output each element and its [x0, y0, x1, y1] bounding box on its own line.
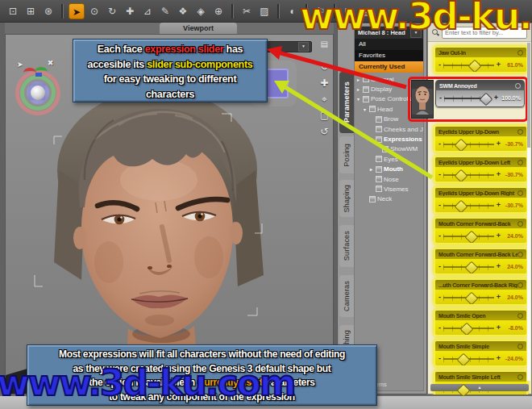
gear-icon[interactable]: [517, 221, 523, 227]
view-orbit-widget[interactable]: [15, 70, 60, 115]
nudge-down-button[interactable]: -: [438, 294, 441, 301]
chevron-down-icon[interactable]: ▼: [410, 27, 422, 38]
tree-expand-down-icon[interactable]: ▾: [357, 96, 363, 102]
tree-item-visemes[interactable]: Visemes: [355, 184, 423, 194]
gear-icon[interactable]: [517, 282, 523, 288]
tree-item-showwm[interactable]: ShowWM: [355, 144, 423, 154]
slider-handle[interactable]: [459, 322, 473, 336]
slider-eyelids-upper-up-down-right[interactable]: Eyelids Upper Up-Down Right-+-30.7%: [434, 186, 528, 214]
gear-icon[interactable]: [517, 129, 523, 135]
slider-handle[interactable]: [465, 261, 479, 274]
tree-item-expressions[interactable]: ▾Expressions: [355, 134, 423, 144]
gear-icon[interactable]: [517, 313, 523, 319]
orbit-sphere[interactable]: [27, 81, 49, 104]
nudge-up-button[interactable]: +: [497, 202, 501, 209]
node-selector[interactable]: Michael 8 : Head ▼: [355, 27, 423, 39]
slider-mouth-corner-forward-back-left[interactable]: Mouth Corner Forward-Back Left-+24.0%: [434, 248, 528, 275]
pane-tab-surfaces[interactable]: Surfaces: [339, 225, 354, 267]
slider-handle[interactable]: [468, 59, 481, 73]
scrollbar[interactable]: [527, 43, 530, 381]
nudge-down-button[interactable]: -: [438, 263, 441, 270]
nudge-down-button[interactable]: -: [438, 232, 441, 240]
spot-render-icon[interactable]: ◐: [285, 3, 301, 19]
nudge-up-button[interactable]: +: [497, 140, 501, 148]
surface-selection-tool-icon[interactable]: ◈: [193, 3, 209, 19]
slider-swm-annoyed[interactable]: SWM Annoyed-+100.0%: [435, 80, 525, 107]
node-selection-tool-icon[interactable]: ➤: [69, 3, 85, 19]
slider-jaw-out-in[interactable]: Jaw Out-In-+61.0%: [434, 46, 528, 73]
tree-expand-right-icon[interactable]: ▸: [370, 166, 376, 172]
slider-mouth-smile-simple[interactable]: Mouth Smile Simple-+-24.0%: [434, 340, 528, 367]
nudge-down-button[interactable]: -: [438, 324, 441, 332]
nudge-up-button[interactable]: +: [497, 171, 501, 178]
orbit-view-icon[interactable]: ↻: [320, 62, 329, 72]
nudge-down-button[interactable]: -: [438, 140, 441, 148]
slider-mouth-corner-forward-back[interactable]: Mouth Corner Forward-Back-+24.0%: [434, 217, 528, 244]
slider-handle[interactable]: [454, 138, 468, 152]
slider-eyelids-upper-up-down-left[interactable]: Eyelids Upper Up-Down Left-+-30.7%: [434, 156, 528, 183]
scroll-up-strip[interactable]: ▲: [430, 384, 529, 391]
tree-expand-down-icon[interactable]: ▾: [370, 136, 376, 142]
viewport-menu-icon[interactable]: ▤: [321, 40, 328, 48]
nudge-up-button[interactable]: +: [497, 61, 501, 69]
geometry-editor-tool-icon[interactable]: ❖: [175, 3, 191, 19]
pane-tab-parameters[interactable]: Parameters: [339, 72, 354, 133]
slider-mouth-smile-open[interactable]: Mouth Smile Open-+-8.0%: [434, 309, 528, 336]
zoom-view-icon[interactable]: ⌖: [320, 94, 329, 104]
slider-track[interactable]: [443, 232, 494, 241]
orbit-tool-icon[interactable]: ↻: [104, 3, 120, 19]
translate-tool-icon[interactable]: ✚: [122, 3, 138, 19]
tree-item-neck[interactable]: Neck: [355, 194, 423, 204]
nudge-down-button[interactable]: -: [438, 202, 441, 209]
gear-icon[interactable]: [517, 344, 523, 349]
tree-item-mouth[interactable]: ▸Mouth: [355, 165, 423, 174]
slider-track[interactable]: [443, 201, 494, 211]
gear-icon[interactable]: [517, 190, 523, 196]
scrollbar-thumb[interactable]: [527, 43, 530, 148]
render-settings-icon[interactable]: ▤: [359, 3, 375, 19]
nudge-up-button[interactable]: +: [497, 294, 501, 301]
filter-currently-used[interactable]: Currently Used: [355, 61, 423, 73]
slider-track[interactable]: [443, 61, 494, 70]
slider-track[interactable]: [444, 94, 492, 103]
pan-view-icon[interactable]: ✚: [320, 78, 329, 88]
character-tool-icon[interactable]: ⊕: [210, 3, 227, 19]
filter-favorites[interactable]: Favorites: [355, 50, 423, 61]
slider-track[interactable]: [443, 140, 494, 149]
frame-view-icon[interactable]: ▢: [320, 111, 329, 120]
slider-handle[interactable]: [465, 291, 479, 305]
nudge-down-button[interactable]: -: [438, 61, 441, 69]
tree-expand-down-icon[interactable]: ▾: [364, 106, 369, 112]
figure-list-icon[interactable]: ⊛: [40, 3, 56, 19]
pane-tab-posing[interactable]: Posing: [339, 136, 354, 173]
slider-handle[interactable]: [454, 199, 468, 213]
slider-handle[interactable]: [457, 353, 471, 366]
scene-navigator-icon[interactable]: ⊡: [5, 3, 21, 19]
slider-handle[interactable]: [465, 230, 479, 244]
pane-tab-cameras[interactable]: Cameras: [339, 275, 354, 317]
tab-viewport[interactable]: Viewport: [160, 23, 237, 34]
node-list-icon[interactable]: ⊞: [23, 3, 39, 19]
slider-track[interactable]: [443, 170, 494, 180]
gear-icon[interactable]: [515, 83, 521, 89]
rotate-view-icon[interactable]: ↺: [320, 127, 329, 136]
nudge-down-button[interactable]: -: [438, 171, 441, 178]
slider-track[interactable]: [443, 323, 494, 333]
nudge-up-button[interactable]: +: [497, 355, 501, 362]
pane-tab-shaping[interactable]: Shaping: [339, 180, 354, 217]
slider-handle[interactable]: [479, 92, 493, 106]
nudge-up-button[interactable]: +: [497, 324, 501, 332]
slider-track[interactable]: [443, 354, 494, 364]
nudge-down-button[interactable]: -: [438, 355, 441, 362]
joint-editor-tool-icon[interactable]: ✎: [157, 3, 173, 19]
gear-icon[interactable]: [517, 252, 523, 257]
gear-icon[interactable]: [517, 160, 523, 165]
gear-icon[interactable]: [517, 374, 523, 380]
slider-track[interactable]: [443, 293, 494, 303]
search-input[interactable]: [442, 27, 527, 39]
scissors-tool-icon[interactable]: ✂: [239, 3, 255, 19]
gear-icon[interactable]: [517, 50, 523, 56]
nudge-down-button[interactable]: -: [439, 94, 442, 102]
pin-icon[interactable]: ➤: [17, 61, 23, 69]
tree-item-eyes[interactable]: Eyes: [355, 154, 423, 164]
